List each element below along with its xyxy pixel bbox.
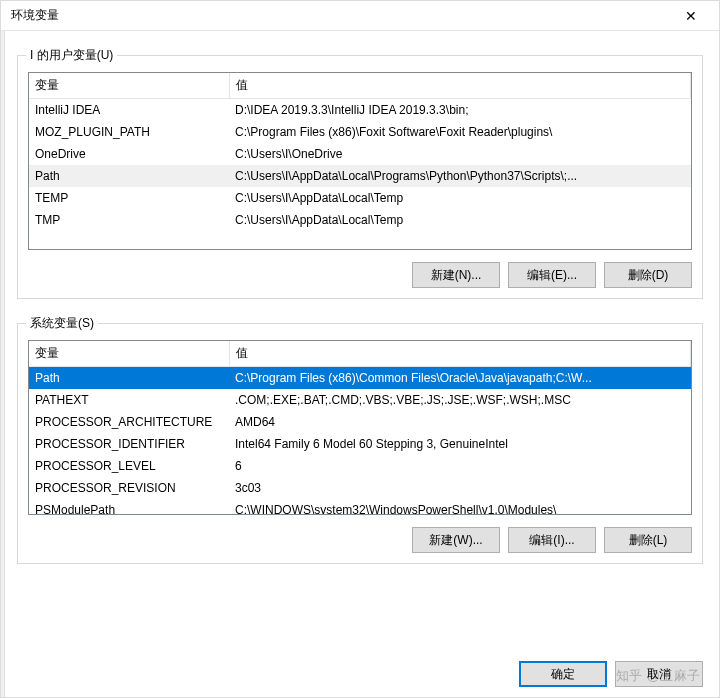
table-row[interactable]: IntelliJ IDEAD:\IDEA 2019.3.3\IntelliJ I… [29,99,691,121]
var-value-cell: Intel64 Family 6 Model 60 Stepping 3, Ge… [229,433,691,455]
var-value-cell: 6 [229,455,691,477]
var-name-cell: OneDrive [29,143,229,165]
titlebar: 环境变量 ✕ [1,1,719,31]
var-name-cell: TEMP [29,187,229,209]
var-name-cell: MOZ_PLUGIN_PATH [29,121,229,143]
var-name-cell: PATHEXT [29,389,229,411]
table-row[interactable]: PROCESSOR_IDENTIFIERIntel64 Family 6 Mod… [29,433,691,455]
dialog-footer: 确定 取消 [1,659,719,697]
left-strip [1,31,5,697]
table-row[interactable]: PROCESSOR_LEVEL6 [29,455,691,477]
system-new-button[interactable]: 新建(W)... [412,527,500,553]
user-edit-button[interactable]: 编辑(E)... [508,262,596,288]
table-row[interactable]: PATHEXT.COM;.EXE;.BAT;.CMD;.VBS;.VBE;.JS… [29,389,691,411]
user-variables-group: I 的用户变量(U) 变量 值 IntelliJ IDEAD:\IDEA 201… [17,47,703,299]
var-value-cell: .COM;.EXE;.BAT;.CMD;.VBS;.VBE;.JS;.JSE;.… [229,389,691,411]
column-header-value[interactable]: 值 [229,73,691,99]
var-value-cell: C:\Users\I\AppData\Local\Temp [229,187,691,209]
system-group-legend: 系统变量(S) [26,315,98,332]
var-name-cell: PROCESSOR_ARCHITECTURE [29,411,229,433]
var-name-cell: Path [29,165,229,187]
column-header-name[interactable]: 变量 [29,341,229,367]
close-icon: ✕ [685,8,697,24]
system-button-row: 新建(W)... 编辑(I)... 删除(L) [28,527,692,553]
system-edit-button[interactable]: 编辑(I)... [508,527,596,553]
user-delete-button[interactable]: 删除(D) [604,262,692,288]
var-value-cell: C:\Users\I\AppData\Local\Programs\Python… [229,165,691,187]
user-variables-table: 变量 值 IntelliJ IDEAD:\IDEA 2019.3.3\Intel… [29,73,691,231]
var-value-cell: AMD64 [229,411,691,433]
var-name-cell: Path [29,367,229,389]
var-name-cell: PSModulePath [29,499,229,516]
table-row[interactable]: TEMPC:\Users\I\AppData\Local\Temp [29,187,691,209]
var-name-cell: PROCESSOR_REVISION [29,477,229,499]
var-name-cell: PROCESSOR_IDENTIFIER [29,433,229,455]
var-name-cell: IntelliJ IDEA [29,99,229,121]
system-variables-group: 系统变量(S) 变量 值 PathC:\Program Files (x86)\… [17,315,703,564]
user-variables-list[interactable]: 变量 值 IntelliJ IDEAD:\IDEA 2019.3.3\Intel… [28,72,692,250]
table-row[interactable]: PROCESSOR_ARCHITECTUREAMD64 [29,411,691,433]
ok-button[interactable]: 确定 [519,661,607,687]
var-value-cell: C:\Users\I\AppData\Local\Temp [229,209,691,231]
var-value-cell: D:\IDEA 2019.3.3\IntelliJ IDEA 2019.3.3\… [229,99,691,121]
table-row[interactable]: PathC:\Program Files (x86)\Common Files\… [29,367,691,389]
user-group-legend: I 的用户变量(U) [26,47,117,64]
table-row[interactable]: PathC:\Users\I\AppData\Local\Programs\Py… [29,165,691,187]
table-row[interactable]: PSModulePathC:\WINDOWS\system32\WindowsP… [29,499,691,516]
table-row[interactable]: MOZ_PLUGIN_PATHC:\Program Files (x86)\Fo… [29,121,691,143]
user-new-button[interactable]: 新建(N)... [412,262,500,288]
close-button[interactable]: ✕ [668,2,713,30]
system-delete-button[interactable]: 删除(L) [604,527,692,553]
table-row[interactable]: PROCESSOR_REVISION3c03 [29,477,691,499]
column-header-value[interactable]: 值 [229,341,691,367]
dialog-body: I 的用户变量(U) 变量 值 IntelliJ IDEAD:\IDEA 201… [1,31,719,659]
cancel-button[interactable]: 取消 [615,661,703,687]
var-value-cell: C:\Program Files (x86)\Common Files\Orac… [229,367,691,389]
var-name-cell: PROCESSOR_LEVEL [29,455,229,477]
system-variables-list[interactable]: 变量 值 PathC:\Program Files (x86)\Common F… [28,340,692,515]
window-title: 环境变量 [11,7,668,24]
column-header-name[interactable]: 变量 [29,73,229,99]
user-button-row: 新建(N)... 编辑(E)... 删除(D) [28,262,692,288]
var-value-cell: 3c03 [229,477,691,499]
environment-variables-dialog: 环境变量 ✕ I 的用户变量(U) 变量 值 IntelliJ IDEAD:\I… [0,0,720,698]
var-name-cell: TMP [29,209,229,231]
system-variables-table: 变量 值 PathC:\Program Files (x86)\Common F… [29,341,691,515]
table-row[interactable]: OneDriveC:\Users\I\OneDrive [29,143,691,165]
var-value-cell: C:\Program Files (x86)\Foxit Software\Fo… [229,121,691,143]
var-value-cell: C:\Users\I\OneDrive [229,143,691,165]
table-row[interactable]: TMPC:\Users\I\AppData\Local\Temp [29,209,691,231]
var-value-cell: C:\WINDOWS\system32\WindowsPowerShell\v1… [229,499,691,516]
